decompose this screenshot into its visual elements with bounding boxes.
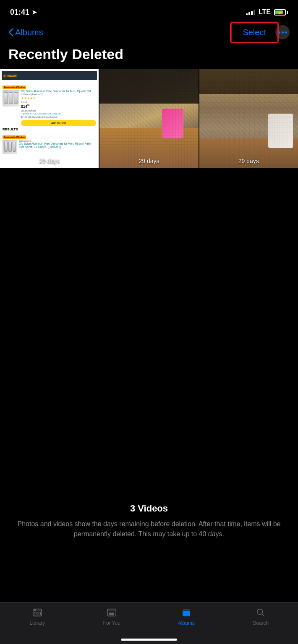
albums-icon	[180, 607, 192, 618]
back-button[interactable]: Albums	[8, 28, 43, 37]
tab-bar: Library For You Albums	[0, 602, 298, 644]
svg-rect-6	[183, 609, 190, 610]
signal-bar-2	[248, 12, 250, 15]
dot-1	[278, 31, 280, 34]
status-right: LTE ⚡	[246, 8, 288, 16]
empty-area	[0, 168, 298, 495]
select-button[interactable]: Select	[239, 26, 269, 39]
carpet-pattern	[99, 69, 198, 168]
svg-rect-4	[183, 611, 190, 616]
svg-rect-3	[107, 609, 116, 616]
product-row-2: Sponsored Old Spice Aluminum Free Deodor…	[3, 140, 96, 154]
prime-label: ✓prime FREE Delivery Sat, Sep 26	[21, 112, 96, 116]
tab-search[interactable]: Search	[224, 607, 298, 626]
product-details-1: Old Spice Aluminum Free Deodorant for Me…	[21, 90, 96, 126]
back-label: Albums	[15, 28, 43, 37]
albums-svg-icon	[180, 607, 192, 618]
product-stars: ★★★★½	[21, 96, 96, 101]
svg-rect-5	[183, 610, 190, 610]
battery-tip	[287, 11, 288, 14]
search-svg-icon	[255, 607, 266, 618]
for-you-label: For You	[103, 620, 120, 626]
product-image-1	[3, 90, 19, 106]
product-price: $1491	[21, 104, 96, 109]
carpet-photo-2	[99, 69, 198, 168]
carpet-photo-3	[199, 69, 298, 168]
nav-right-buttons: Select	[239, 25, 290, 39]
search-label: Search	[253, 620, 269, 626]
signal-bar-1	[246, 13, 248, 15]
page-title: Recently Deleted	[0, 46, 298, 69]
tab-albums[interactable]: Albums	[149, 607, 224, 626]
amazons-choice-badge-2: Amazon's Choice	[3, 135, 26, 139]
time-display: 01:41	[10, 8, 29, 17]
library-icon	[31, 607, 43, 618]
photo-grid: amazon Amazon's Choice	[0, 69, 298, 168]
nav-bar: Albums Select	[0, 22, 298, 46]
library-label: Library	[29, 620, 45, 626]
amazon-screenshot: amazon Amazon's Choice	[0, 69, 99, 168]
signal-bar-4	[254, 10, 255, 15]
signal-bar-3	[251, 11, 253, 15]
dot-3	[285, 31, 287, 34]
carrier-label: LTE	[259, 8, 271, 16]
status-bar: 01:41 ➤ LTE ⚡	[0, 0, 298, 22]
dot-2	[282, 31, 284, 34]
footer-description: Photos and videos show the days remainin…	[10, 519, 288, 539]
home-indicator	[121, 639, 177, 641]
for-you-icon	[106, 607, 118, 618]
days-badge-2: 29 days	[99, 158, 198, 164]
select-button-wrapper[interactable]: Select	[239, 28, 269, 37]
carpet-pattern-3	[199, 69, 298, 168]
more-dots-icon	[278, 31, 287, 34]
photo-item-1[interactable]: amazon Amazon's Choice	[0, 69, 99, 168]
photo-item-2[interactable]: 29 days	[99, 69, 198, 168]
library-svg-icon	[32, 607, 43, 618]
location-icon: ➤	[32, 9, 37, 16]
amazon-logo: amazon	[3, 73, 18, 78]
tab-for-you[interactable]: For You	[75, 607, 149, 626]
svg-line-8	[262, 614, 264, 616]
back-chevron-icon	[8, 28, 13, 36]
search-icon	[255, 607, 267, 618]
add-to-cart-button[interactable]: Add to Cart	[21, 120, 96, 126]
amazons-choice-badge: Amazon's Choice	[3, 86, 26, 89]
days-badge-1: 29 days	[0, 158, 99, 164]
tab-library[interactable]: Library	[0, 607, 75, 626]
battery-bolt: ⚡	[277, 10, 282, 15]
more-options-button[interactable]	[275, 25, 290, 39]
status-time: 01:41 ➤	[10, 8, 37, 17]
bottom-info: 3 Videos Photos and videos show the days…	[0, 495, 298, 546]
battery-icon: ⚡	[274, 9, 288, 16]
video-count: 3 Videos	[10, 503, 288, 514]
signal-bars	[246, 9, 255, 15]
results-label: RESULTS	[3, 127, 96, 131]
albums-label: Albums	[178, 620, 195, 626]
for-you-svg-icon	[106, 607, 117, 618]
photo-item-3[interactable]: 29 days	[199, 69, 298, 168]
svg-point-1	[34, 610, 36, 611]
days-badge-3: 29 days	[199, 158, 298, 164]
